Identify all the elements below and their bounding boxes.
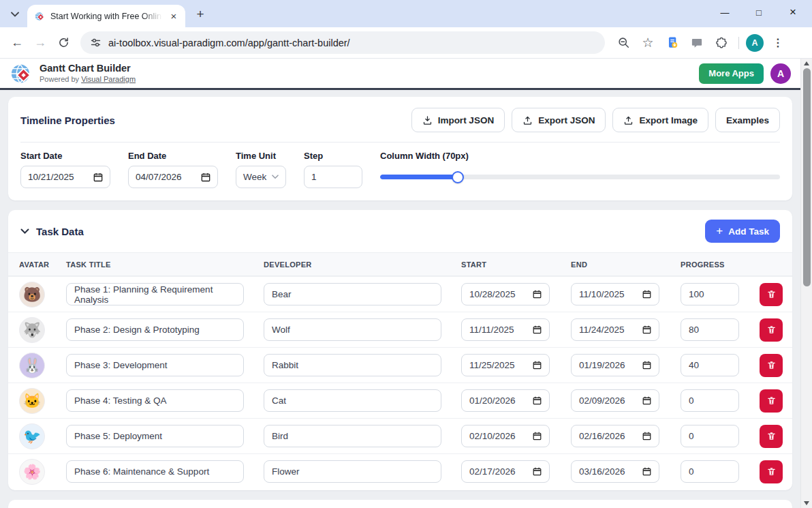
delete-task-button[interactable] [760,283,783,306]
vertical-scrollbar[interactable] [800,59,812,508]
calendar-icon[interactable] [533,467,542,476]
more-apps-button[interactable]: More Apps [699,63,764,84]
end-date-input[interactable]: 02/16/2026 [571,425,659,447]
app-logo-icon[interactable] [10,62,33,85]
progress-input[interactable]: 0 [681,460,739,483]
developer-input[interactable]: Cat [264,389,441,412]
slider-thumb[interactable] [452,171,464,183]
developer-input[interactable]: Bird [264,425,441,447]
end-date-input[interactable]: 01/19/2026 [571,354,659,376]
trash-icon [766,325,777,335]
browser-tab[interactable]: Start Working with Free Online × [27,5,185,27]
col-start: START [461,260,571,269]
progress-input[interactable]: 100 [681,283,739,305]
collapse-chevron-icon[interactable] [20,228,29,235]
bookmark-button[interactable]: ☆ [638,33,658,53]
reload-button[interactable] [53,33,74,53]
new-tab-button[interactable]: + [191,5,210,24]
end-date-value: 11/10/2025 [579,289,625,299]
task-title-input[interactable]: Phase 2: Design & Prototyping [66,318,244,341]
calendar-icon[interactable] [642,325,651,334]
progress-input[interactable]: 0 [681,389,739,412]
calendar-icon[interactable] [93,173,103,182]
task-title-input[interactable]: Phase 3: Development [66,354,244,376]
extensions-button[interactable] [711,33,732,53]
calendar-icon[interactable] [533,290,542,299]
tab-search-button[interactable] [5,5,25,24]
end-date-input[interactable]: 11/24/2025 [571,318,659,341]
visual-paradigm-link[interactable]: Visual Paradigm [81,75,136,83]
step-input[interactable]: 1 [304,166,362,188]
add-task-button[interactable]: + Add Task [705,220,780,243]
avatar-bear: 🐻 [19,282,45,308]
developer-input[interactable]: Bear [264,283,441,305]
import-json-button[interactable]: Import JSON [411,108,505,132]
browser-menu-button[interactable]: ⋮ [768,33,788,53]
back-button[interactable]: ← [7,33,27,53]
address-bar[interactable]: ai-toolbox.visual-paradigm.com/app/gantt… [80,31,605,54]
calendar-icon[interactable] [642,361,651,370]
delete-task-button[interactable] [760,460,783,483]
start-date-input[interactable]: 10/21/2025 [20,166,110,188]
task-title-input[interactable]: Phase 6: Maintenance & Support [66,460,244,483]
progress-input[interactable]: 40 [681,354,739,376]
examples-button[interactable]: Examples [715,108,780,132]
docs-offline-button[interactable] [662,33,683,53]
scroll-down-arrow-icon[interactable] [804,501,809,505]
end-date-input[interactable]: 04/07/2026 [128,166,218,188]
col-avatar: AVATAR [19,260,66,269]
end-date-input[interactable]: 11/10/2025 [571,283,659,305]
tab-close-icon[interactable]: × [168,10,180,23]
scrollbar-thumb[interactable] [803,68,811,286]
start-date-value: 11/25/2025 [469,360,515,370]
add-task-label: Add Task [728,226,769,237]
start-date-input[interactable]: 01/20/2026 [461,389,550,412]
developer-input[interactable]: Flower [264,460,441,483]
start-date-input[interactable]: 10/28/2025 [461,283,550,305]
zoom-button[interactable] [613,33,634,53]
export-image-button[interactable]: Export Image [612,108,708,132]
calendar-icon[interactable] [642,290,651,299]
calendar-icon[interactable] [533,361,542,370]
developer-input[interactable]: Wolf [264,318,441,341]
delete-task-button[interactable] [760,354,783,377]
slider-track[interactable] [380,175,780,179]
column-width-slider[interactable] [380,166,780,188]
end-date-input[interactable]: 02/09/2026 [571,389,659,412]
start-date-input[interactable]: 11/11/2025 [461,318,550,341]
delete-task-button[interactable] [760,318,783,342]
url-text[interactable]: ai-toolbox.visual-paradigm.com/app/gantt… [108,38,350,48]
window-close-button[interactable]: × [786,5,800,19]
calendar-icon[interactable] [533,396,542,405]
end-date-input[interactable]: 03/16/2026 [571,460,659,483]
progress-input[interactable]: 0 [681,425,739,447]
task-title-input[interactable]: Phase 5: Deployment [66,425,244,447]
trash-icon [766,395,777,406]
task-title-input[interactable]: Phase 1: Planning & Requirement Analysis [66,283,244,305]
start-date-value: 01/20/2026 [469,395,516,406]
delete-task-button[interactable] [760,389,783,413]
scroll-up-arrow-icon[interactable] [804,61,809,65]
progress-input[interactable]: 80 [681,318,739,341]
export-json-button[interactable]: Export JSON [512,108,606,132]
start-date-input[interactable]: 02/10/2026 [461,425,550,447]
calendar-icon[interactable] [533,325,542,334]
time-unit-select[interactable]: Week [236,166,286,188]
calendar-icon[interactable] [642,396,651,405]
browser-profile-avatar[interactable]: A [746,34,764,52]
user-avatar[interactable]: A [770,63,791,84]
calendar-icon[interactable] [642,432,651,440]
start-date-input[interactable]: 11/25/2025 [461,354,550,376]
site-settings-icon[interactable] [90,37,102,48]
calendar-icon[interactable] [533,432,542,440]
developer-input[interactable]: Rabbit [264,354,441,376]
calendar-icon[interactable] [642,467,651,476]
comment-button[interactable] [687,33,707,53]
export-image-label: Export Image [639,115,698,125]
start-date-input[interactable]: 02/17/2026 [461,460,550,483]
calendar-icon[interactable] [201,173,210,182]
task-title-input[interactable]: Phase 4: Testing & QA [66,389,244,412]
minimize-button[interactable]: — [718,8,732,18]
maximize-button[interactable]: □ [752,8,766,18]
delete-task-button[interactable] [760,425,783,448]
